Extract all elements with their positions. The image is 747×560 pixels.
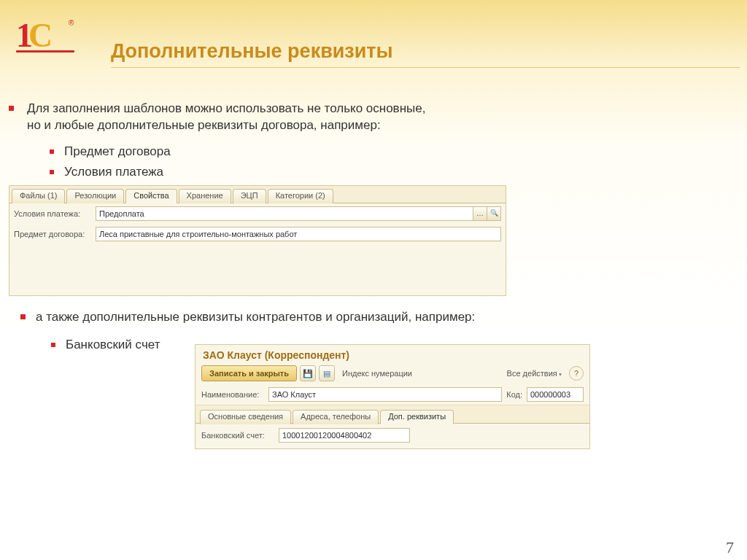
tab-extra-props[interactable]: Доп. реквизиты [380, 410, 454, 424]
code-input[interactable] [527, 387, 584, 402]
toolbar: Записать и закрыть 💾 ▤ Индекс нумерации … [196, 364, 589, 386]
index-numbering-link[interactable]: Индекс нумерации [338, 369, 417, 378]
properties-panel: Файлы (1) Резолюции Свойства Хранение ЭЦ… [9, 185, 506, 296]
page-title: Дополнительные реквизиты [111, 40, 393, 63]
code-label: Код: [506, 390, 522, 399]
payment-terms-label: Условия платежа: [14, 209, 96, 218]
bullet-icon [50, 149, 54, 154]
bullet-main-2: а также дополнительные реквизиты контраг… [20, 309, 475, 326]
contract-subject-label: Предмет договора: [14, 230, 96, 238]
para1-line2: но и любые дополнительные реквизиты дого… [27, 117, 425, 134]
bank-account-label: Банковский счет: [201, 431, 274, 440]
tab-bar-2: Основные сведения Адреса, телефоны Доп. … [196, 405, 589, 424]
bullet-icon [50, 170, 54, 174]
help-button[interactable]: ? [569, 366, 584, 381]
correspondent-panel: ЗАО Клауст (Корреспондент) Записать и за… [195, 344, 590, 449]
panel2-title: ЗАО Клауст (Корреспондент) [196, 345, 589, 364]
bank-account-input[interactable] [279, 428, 410, 443]
list-icon-button[interactable]: ▤ [319, 365, 335, 381]
search-button[interactable] [487, 206, 501, 221]
bullet-icon [20, 314, 26, 319]
contract-subject-input[interactable] [96, 227, 501, 241]
sub-item-subject: Предмет договора [50, 144, 732, 159]
tab-eds[interactable]: ЭЦП [233, 189, 266, 203]
tab-files[interactable]: Файлы (1) [12, 189, 65, 203]
tab-categories[interactable]: Категории (2) [268, 189, 333, 203]
tab-main-info[interactable]: Основные сведения [200, 410, 291, 424]
tab-storage[interactable]: Хранение [179, 189, 231, 203]
tab-bar-1: Файлы (1) Резолюции Свойства Хранение ЭЦ… [9, 186, 506, 203]
payment-terms-input[interactable] [96, 206, 473, 221]
all-actions-dropdown[interactable]: Все действия [503, 369, 566, 378]
save-icon-button[interactable]: 💾 [300, 365, 316, 381]
logo-1c: 1C® [16, 16, 76, 61]
tab-resolutions[interactable]: Резолюции [66, 189, 124, 203]
select-button[interactable] [473, 206, 487, 221]
bullet-icon [9, 106, 14, 111]
name-input[interactable] [268, 387, 502, 402]
page-number: 7 [726, 538, 734, 557]
save-close-button[interactable]: Записать и закрыть [201, 365, 297, 381]
tab-addresses[interactable]: Адреса, телефоны [293, 410, 379, 424]
para2-text: а также дополнительные реквизиты контраг… [36, 309, 475, 326]
bullet-icon [51, 343, 55, 347]
bullet-main-1: Для заполнения шаблонов можно использова… [9, 101, 732, 134]
sub-item-payment: Условия платежа [50, 165, 732, 179]
tab-properties[interactable]: Свойства [125, 189, 177, 203]
title-divider [111, 67, 740, 68]
name-label: Наименование: [201, 390, 264, 399]
para1-line1: Для заполнения шаблонов можно использова… [27, 101, 425, 117]
